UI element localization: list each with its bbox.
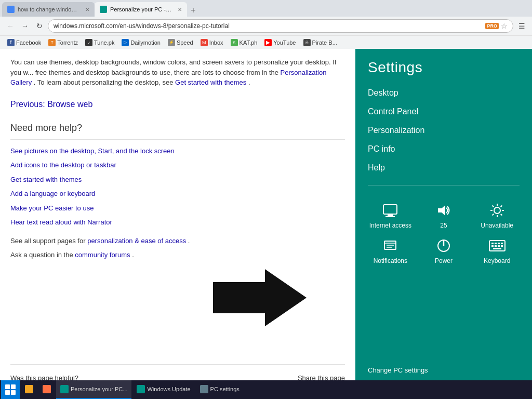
settings-item-control-panel[interactable]: Control Panel (368, 103, 520, 121)
taskbar-personalize-icon (60, 385, 69, 393)
internet-access-icon (382, 202, 398, 219)
nav-bar: ← → ↻ windows.microsoft.com/en-us/window… (0, 17, 532, 35)
new-tab-button[interactable]: + (187, 4, 200, 17)
settings-icons-area: Internet access 25 (355, 194, 532, 273)
bookmark-inbox[interactable]: M Inbox (197, 38, 227, 47)
help-link-1[interactable]: See pictures on the desktop, Start, and … (10, 146, 345, 156)
get-started-themes-link[interactable]: Get started with themes (175, 78, 246, 86)
bookmark-dailymotion[interactable]: ▷ Dailymotion (118, 38, 163, 47)
bookmark-torrentz[interactable]: T Torrentz (45, 38, 81, 47)
browser-chrome: how to change windows 8 ✕ Personalize yo… (0, 0, 532, 49)
speed-icon: ⚡ (168, 39, 175, 46)
taskbar-explorer-icon (25, 385, 33, 393)
previous-browse-web-link[interactable]: Previous: Browse web (10, 100, 92, 109)
bookmark-facebook-label: Facebook (16, 39, 41, 46)
notifications-icon (382, 237, 398, 254)
power-item[interactable]: Power (421, 237, 467, 264)
help-link-6[interactable]: Hear text read aloud with Narrator (10, 217, 345, 228)
change-pc-settings-button[interactable]: Change PC settings (355, 360, 532, 380)
help-link-5[interactable]: Make your PC easier to use (10, 203, 345, 214)
tab-1-close[interactable]: ✕ (85, 7, 89, 12)
bookmark-tune[interactable]: ♪ Tune.pk (82, 38, 117, 47)
svg-rect-26 (498, 245, 500, 247)
help-link-2[interactable]: Add icons to the desktop or taskbar (10, 160, 345, 170)
bookmark-star-icon[interactable]: ☆ (501, 22, 508, 30)
see-all-prefix: See all support pages for (10, 237, 87, 245)
help-link-3[interactable]: Get started with themes (10, 175, 345, 185)
tab-2[interactable]: Personalize your PC - Win... ✕ (95, 2, 187, 17)
settings-item-help[interactable]: Help (368, 159, 520, 177)
ask-prefix: Ask a question in the (10, 251, 75, 259)
section-divider (10, 139, 345, 140)
back-button[interactable]: ← (4, 20, 17, 32)
notifications-item[interactable]: Notifications (368, 237, 413, 264)
tab-1-icon (7, 6, 15, 13)
bookmark-kat[interactable]: K KAT.ph (228, 38, 261, 47)
bookmark-speed[interactable]: ⚡ Speed (165, 38, 196, 47)
reload-button[interactable]: ↻ (33, 20, 46, 32)
youtube-icon: ▶ (264, 39, 272, 46)
arrow-polygon (213, 269, 307, 326)
power-label: Power (435, 257, 453, 264)
tab-1[interactable]: how to change windows 8 ✕ (2, 2, 95, 17)
address-icons: PRO ☆ (485, 22, 508, 30)
svg-line-10 (500, 214, 502, 216)
taskbar-pc-settings-icon (200, 385, 208, 393)
settings-item-personalization[interactable]: Personalization (368, 122, 520, 139)
win-square-4 (11, 390, 16, 395)
settings-item-desktop[interactable]: Desktop (368, 84, 520, 102)
taskbar-personalize[interactable]: Personalize your PC... (56, 380, 131, 399)
personalization-ease-link[interactable]: personalization & ease of access (87, 237, 186, 245)
bookmark-kat-label: KAT.ph (240, 39, 258, 46)
address-bar[interactable]: windows.microsoft.com/en-us/windows-8/pe… (48, 19, 513, 33)
community-forums-link[interactable]: community forums (75, 251, 130, 259)
power-icon (435, 237, 452, 254)
bookmark-youtube-label: YouTube (273, 39, 296, 46)
facebook-icon: f (7, 39, 15, 46)
share-text: Share this page (298, 373, 345, 381)
settings-item-pc-info[interactable]: PC info (368, 140, 520, 158)
svg-rect-1 (388, 214, 393, 216)
taskbar-pc-settings[interactable]: PC settings (196, 380, 244, 399)
taskbar-windows-update-icon (137, 385, 145, 393)
notifications-label: Notifications (374, 257, 407, 264)
bookmark-inbox-label: Inbox (209, 39, 223, 46)
bookmark-youtube[interactable]: ▶ YouTube (261, 38, 299, 47)
svg-rect-25 (495, 245, 497, 247)
settings-panel: Settings Desktop Control Panel Personali… (355, 49, 532, 380)
start-button[interactable] (1, 380, 20, 399)
bookmark-pirate[interactable]: ☠ Pirate B... (300, 38, 340, 47)
tab-1-label: how to change windows 8 (18, 6, 80, 12)
svg-line-9 (492, 206, 494, 207)
intro-suffix: . To learn about personalizing the deskt… (34, 78, 175, 86)
help-links: See pictures on the desktop, Start, and … (10, 146, 345, 228)
taskbar-vlc-icon (43, 385, 51, 393)
taskbar-windows-update-label: Windows Update (147, 386, 190, 392)
page-footer: Was this page helpful? Share this page (10, 364, 345, 381)
win-square-2 (11, 384, 16, 389)
bookmark-dailymotion-label: Dailymotion (130, 39, 160, 46)
keyboard-item[interactable]: Keyboard (474, 237, 520, 264)
svg-rect-20 (491, 243, 494, 244)
brightness-item[interactable]: Unavailable (474, 202, 520, 229)
help-link-4[interactable]: Add a language or keyboard (10, 189, 345, 199)
tab-bar: how to change windows 8 ✕ Personalize yo… (0, 0, 532, 17)
kat-icon: K (231, 39, 238, 46)
internet-access-item[interactable]: Internet access (368, 202, 413, 229)
taskbar-explorer[interactable] (21, 380, 37, 399)
taskbar-windows-update[interactable]: Windows Update (132, 380, 194, 399)
ask-question-text: Ask a question in the community forums . (10, 250, 345, 260)
bookmark-facebook[interactable]: f Facebook (4, 38, 44, 47)
menu-button[interactable]: ☰ (515, 20, 528, 32)
svg-rect-24 (491, 245, 494, 247)
keyboard-label: Keyboard (484, 257, 510, 264)
volume-item[interactable]: 25 (421, 202, 467, 229)
tab-2-label: Personalize your PC - Win... (110, 6, 172, 12)
tab-2-icon (100, 6, 107, 13)
was-helpful-text: Was this page helpful? (10, 373, 78, 381)
forward-button[interactable]: → (19, 20, 31, 32)
svg-marker-3 (438, 205, 445, 216)
url-text: windows.microsoft.com/en-us/windows-8/pe… (54, 22, 485, 30)
taskbar-vlc[interactable] (38, 380, 55, 399)
tab-2-close[interactable]: ✕ (178, 7, 182, 12)
